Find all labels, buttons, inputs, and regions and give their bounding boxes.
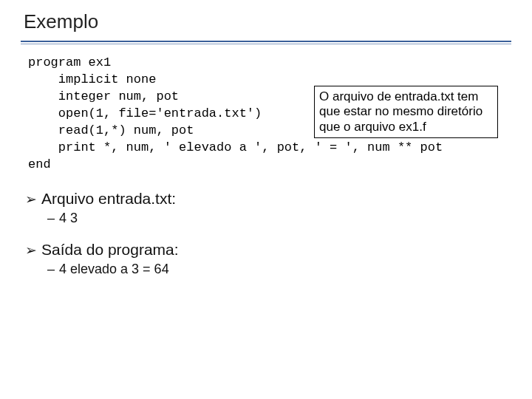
- section-heading: ➢Saída do programa:: [25, 241, 511, 259]
- bullet-dash-icon: –: [47, 262, 55, 276]
- item-text: 4 elevado a 3 = 64: [59, 262, 169, 276]
- title-rule-2: [21, 44, 511, 44]
- bullet-arrow-icon: ➢: [25, 191, 37, 207]
- heading-text: Arquivo entrada.txt:: [41, 190, 176, 207]
- bullet-arrow-icon: ➢: [25, 242, 37, 258]
- item-text: 4 3: [59, 211, 78, 225]
- title-rule-1: [21, 41, 511, 42]
- section-item: –4 elevado a 3 = 64: [47, 262, 511, 277]
- page-title: Exemplo: [21, 10, 511, 36]
- slide: Exemplo program ex1 implicit none intege…: [0, 0, 532, 399]
- callout-box: O arquivo de entrada.txt tem que estar n…: [314, 86, 498, 138]
- section-input-file: ➢Arquivo entrada.txt: –4 3: [25, 190, 511, 226]
- section-output: ➢Saída do programa: –4 elevado a 3 = 64: [25, 241, 511, 277]
- section-heading: ➢Arquivo entrada.txt:: [25, 190, 511, 208]
- heading-text: Saída do programa:: [41, 241, 179, 258]
- bullet-dash-icon: –: [47, 211, 55, 225]
- section-item: –4 3: [47, 211, 511, 226]
